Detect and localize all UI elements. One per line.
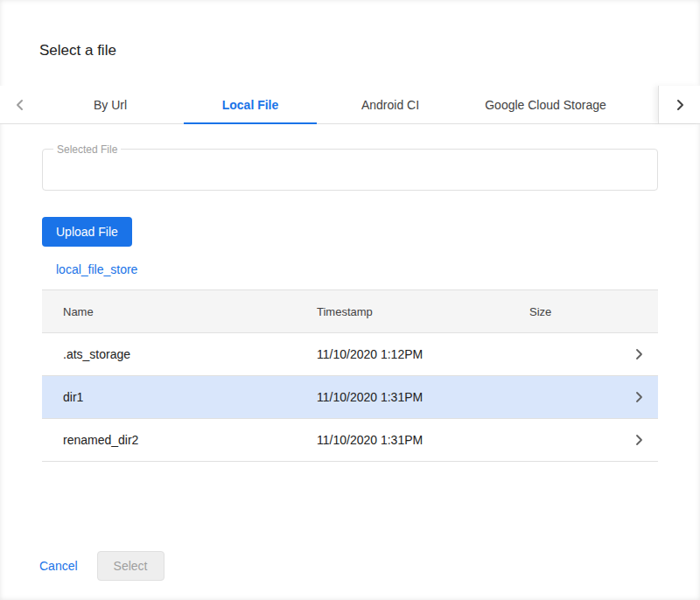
tab-google-cloud-storage[interactable]: Google Cloud Storage (460, 86, 631, 123)
row-open-button[interactable] (632, 433, 646, 447)
chevron-right-icon (632, 390, 646, 404)
row-name: dir1 (42, 390, 296, 404)
file-table: Name Timestamp Size .ats_storage 11/10/2… (42, 290, 658, 462)
table-row[interactable]: dir1 11/10/2020 1:31PM (42, 376, 658, 419)
chevron-right-icon (674, 99, 686, 111)
cancel-button[interactable]: Cancel (39, 552, 78, 580)
tab-label: By Url (94, 98, 127, 112)
tab-android-ci[interactable]: Android CI (320, 86, 460, 123)
tab-by-url[interactable]: By Url (40, 86, 180, 123)
selected-file-label: Selected File (53, 143, 121, 156)
select-button[interactable]: Select (97, 551, 164, 581)
tab-label: Android CI (361, 98, 419, 112)
row-timestamp: 11/10/2020 1:12PM (296, 347, 508, 361)
selected-file-input[interactable] (43, 150, 657, 190)
row-name: renamed_dir2 (42, 433, 296, 447)
table-row[interactable]: .ats_storage 11/10/2020 1:12PM (42, 333, 658, 376)
tab-local-file[interactable]: Local File (180, 86, 320, 123)
chevron-right-icon (632, 433, 646, 447)
tab-bar: By Url Local File Android CI Google Clou… (0, 86, 700, 124)
row-open-button[interactable] (632, 390, 646, 404)
tabs-scroll-left-button[interactable] (0, 86, 40, 123)
tab-label: Google Cloud Storage (485, 98, 606, 112)
chevron-right-icon (632, 347, 646, 361)
row-timestamp: 11/10/2020 1:31PM (296, 390, 508, 404)
header-timestamp: Timestamp (296, 305, 508, 318)
chevron-left-icon (14, 99, 26, 111)
row-timestamp: 11/10/2020 1:31PM (296, 433, 508, 447)
dialog-body: Selected File Upload File local_file_sto… (0, 149, 700, 462)
header-name: Name (42, 305, 296, 318)
row-open-button[interactable] (632, 347, 646, 361)
dialog-footer: Cancel Select (39, 551, 164, 581)
row-name: .ats_storage (42, 347, 296, 361)
select-file-dialog: Select a file By Url Local File Android … (0, 0, 700, 600)
tab-label: Local File (222, 98, 279, 112)
selected-file-field: Selected File (42, 149, 658, 191)
dialog-title: Select a file (0, 0, 700, 59)
header-size: Size (508, 305, 620, 318)
table-row[interactable]: renamed_dir2 11/10/2020 1:31PM (42, 419, 658, 462)
file-store-breadcrumb[interactable]: local_file_store (56, 262, 137, 276)
upload-file-button[interactable]: Upload File (42, 217, 132, 247)
table-header-row: Name Timestamp Size (42, 290, 658, 333)
tabs-scroll-right-button[interactable] (658, 86, 700, 123)
